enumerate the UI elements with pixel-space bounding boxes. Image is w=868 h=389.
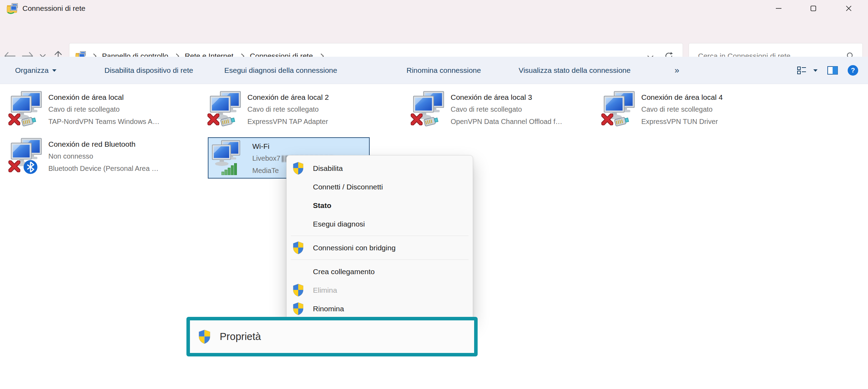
- menu-item-bridge-connections[interactable]: Connessioni con bridging: [287, 238, 473, 257]
- network-adapter-icon: [413, 90, 445, 126]
- bluetooth-icon: [23, 160, 38, 174]
- toolbar-overflow-button[interactable]: »: [675, 57, 679, 84]
- menu-item-label: Stato: [313, 201, 332, 210]
- menu-item-label: Disabilita: [313, 164, 343, 173]
- ethernet-plug-icon: [614, 115, 631, 127]
- menu-item-status[interactable]: Stato: [287, 196, 473, 215]
- uac-shield-icon: [292, 241, 304, 254]
- connection-item-lan4[interactable]: Conexión de área local 4 Cavo di rete sc…: [603, 90, 723, 128]
- connection-item-bluetooth[interactable]: Conexión de red Bluetooth Non connesso B…: [11, 137, 159, 175]
- network-adapter-icon: [210, 90, 242, 126]
- uac-shield-icon: [292, 284, 304, 297]
- connection-status: Cavo di rete scollegato: [451, 103, 562, 116]
- disconnected-x-icon: [411, 113, 423, 125]
- menu-item-connect-disconnect[interactable]: Connetti / Disconnetti: [287, 178, 473, 196]
- properties-label: Proprietà: [220, 331, 261, 342]
- menu-item-label: Rinomina: [313, 305, 344, 313]
- organize-menu-button[interactable]: Organizza: [15, 57, 56, 84]
- rename-connection-button[interactable]: Rinomina connessione: [406, 57, 481, 84]
- connection-status: Cavo di rete scollegato: [641, 103, 723, 116]
- menu-item-delete: Elimina: [287, 281, 473, 299]
- disconnected-x-icon: [601, 113, 613, 125]
- menu-item-label: Connetti / Disconnetti: [313, 183, 383, 191]
- title-bar: Connessioni di rete: [0, 0, 868, 17]
- connection-status: Cavo di rete scollegato: [48, 103, 159, 116]
- connection-device: Bluetooth Device (Personal Area …: [48, 162, 159, 175]
- connection-name: Conexión de área local 4: [641, 91, 723, 103]
- network-adapter-icon: [11, 90, 43, 126]
- ethernet-plug-icon: [21, 115, 38, 127]
- uac-shield-icon: [292, 162, 304, 175]
- ethernet-plug-icon: [220, 115, 237, 127]
- menu-item-disable[interactable]: Disabilita: [287, 159, 473, 178]
- preview-pane-icon[interactable]: [827, 66, 838, 75]
- menu-item-rename[interactable]: Rinomina: [287, 299, 473, 318]
- connection-item-lan1[interactable]: Conexión de área local Cavo di rete scol…: [11, 90, 159, 128]
- uac-shield-icon: [198, 329, 211, 344]
- command-toolbar: Organizza Disabilita dispositivo di rete…: [0, 57, 868, 84]
- connection-device: ExpressVPN TUN Driver: [641, 116, 723, 128]
- connection-name: Conexión de área local 2: [247, 91, 329, 103]
- menu-item-properties-highlighted[interactable]: Proprietà: [186, 317, 478, 356]
- view-status-button[interactable]: Visualizza stato della connessione: [519, 57, 630, 84]
- connection-status: Cavo di rete scollegato: [247, 103, 329, 116]
- navigation-bar: Pannello di controllo Rete e Internet Co…: [0, 17, 868, 57]
- caret-down-icon: [52, 69, 56, 72]
- context-menu: Disabilita Connetti / Disconnetti Stato …: [286, 155, 473, 319]
- disconnected-x-icon: [8, 113, 20, 125]
- connection-device: TAP-NordVPN Teams Windows A…: [48, 116, 159, 128]
- window-title: Connessioni di rete: [22, 0, 86, 17]
- menu-separator: [291, 236, 469, 236]
- network-adapter-icon: [11, 137, 43, 173]
- ethernet-plug-icon: [423, 115, 440, 127]
- list-view-icon: [797, 66, 806, 75]
- minimize-button[interactable]: [761, 0, 796, 17]
- network-adapter-icon: [212, 139, 241, 173]
- connection-name: Conexión de red Bluetooth: [48, 138, 159, 150]
- connection-name: Conexión de área local 3: [451, 91, 562, 103]
- connection-item-lan2[interactable]: Conexión de área local 2 Cavo di rete sc…: [210, 90, 329, 128]
- connection-item-lan3[interactable]: Conexión de área local 3 Cavo di rete sc…: [413, 90, 562, 128]
- menu-item-label: Crea collegamento: [313, 268, 375, 276]
- caret-down-icon: [813, 69, 818, 72]
- disconnected-x-icon: [207, 113, 219, 125]
- menu-item-create-shortcut[interactable]: Crea collegamento: [287, 262, 473, 281]
- menu-item-label: Esegui diagnosi: [313, 220, 365, 228]
- menu-item-label: Elimina: [313, 286, 337, 294]
- connection-name: Wi-Fi: [252, 140, 334, 152]
- connection-status: Non connesso: [48, 150, 159, 162]
- connection-name: Conexión de área local: [48, 91, 159, 103]
- connection-device: ExpressVPN TAP Adapter: [247, 116, 329, 128]
- network-adapter-icon: [603, 90, 636, 126]
- disconnected-x-icon: [8, 160, 20, 172]
- wifi-signal-icon: [221, 163, 238, 175]
- diagnose-connection-button[interactable]: Esegui diagnosi della connessione: [224, 57, 337, 84]
- menu-separator: [291, 259, 469, 260]
- menu-item-diagnose[interactable]: Esegui diagnosi: [287, 215, 473, 233]
- uac-shield-icon: [292, 302, 304, 315]
- menu-item-label: Connessioni con bridging: [313, 244, 396, 252]
- network-connections-app-icon: [6, 2, 19, 14]
- organize-label: Organizza: [15, 66, 49, 75]
- close-button[interactable]: [831, 0, 866, 17]
- connection-device: OpenVPN Data Channel Offload f…: [451, 116, 562, 128]
- help-button[interactable]: ?: [848, 65, 858, 76]
- view-options-button[interactable]: [797, 66, 818, 75]
- maximize-button[interactable]: [796, 0, 831, 17]
- disable-device-button[interactable]: Disabilita dispositivo di rete: [104, 57, 193, 84]
